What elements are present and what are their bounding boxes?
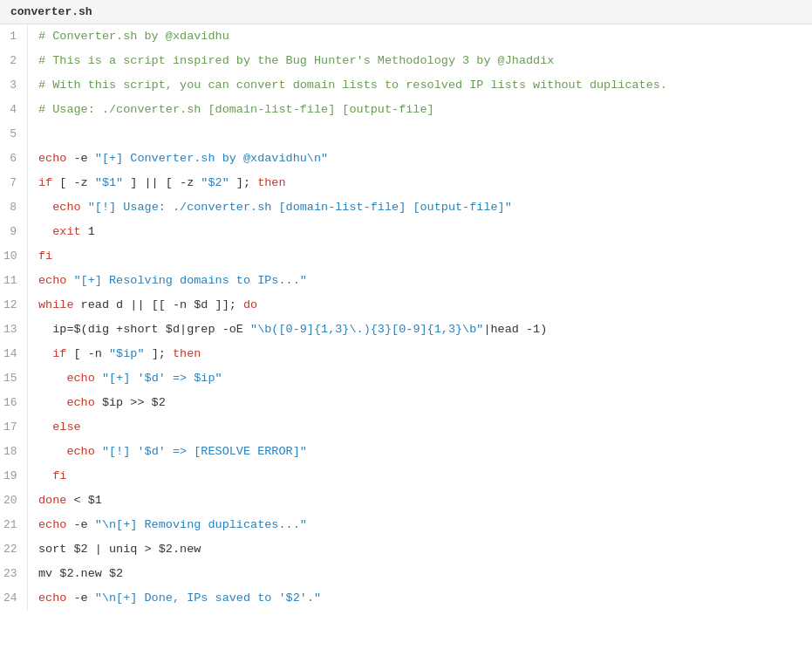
- token-builtin: echo: [38, 518, 66, 531]
- token-done: done: [38, 494, 66, 507]
- token-comment: # Converter.sh by @xdavidhu: [38, 30, 229, 43]
- code-line: 17 else: [0, 415, 812, 440]
- line-content: echo -e "\n[+] Done, IPs saved to '$2'.": [38, 586, 812, 611]
- code-line: 22sort $2 | uniq > $2.new: [0, 537, 812, 562]
- line-content: if [ -z "$1" ] || [ -z "$2" ]; then: [38, 171, 812, 195]
- token-keyword: while: [38, 298, 74, 311]
- line-number: 16: [0, 391, 28, 415]
- token-string: "$ip": [109, 347, 145, 360]
- line-number: 6: [0, 147, 28, 171]
- token-plain: [95, 372, 102, 385]
- code-line: 24echo -e "\n[+] Done, IPs saved to '$2'…: [0, 586, 812, 611]
- code-line: 19 fi: [0, 464, 812, 489]
- token-comment: # With this script, you can convert doma…: [38, 79, 667, 92]
- line-content: else: [38, 415, 812, 440]
- line-number: 13: [0, 318, 28, 342]
- line-content: ip=$(dig +short $d|grep -oE "\b([0-9]{1,…: [38, 318, 812, 342]
- line-number: 14: [0, 342, 28, 366]
- line-number: 11: [0, 269, 28, 293]
- token-plain: [38, 396, 66, 409]
- line-content: echo "[!] Usage: ./converter.sh [domain-…: [38, 195, 812, 220]
- code-line: 18 echo "[!] '$d' => [RESOLVE ERROR]": [0, 440, 812, 464]
- code-line: 1# Converter.sh by @xdavidhu: [0, 24, 812, 49]
- token-then: then: [173, 347, 201, 360]
- token-then: then: [257, 176, 285, 189]
- code-line: 2# This is a script inspired by the Bug …: [0, 49, 812, 73]
- code-line: 10fi: [0, 244, 812, 269]
- token-else: else: [52, 420, 80, 434]
- token-keyword: if: [52, 347, 66, 360]
- line-number: 5: [0, 122, 28, 147]
- line-number: 10: [0, 244, 28, 269]
- line-number: 21: [0, 513, 28, 537]
- line-content: # Usage: ./converter.sh [domain-list-fil…: [38, 98, 812, 122]
- token-fi: fi: [52, 469, 66, 482]
- line-content: fi: [38, 464, 812, 489]
- token-plain: [81, 201, 88, 214]
- line-content: exit 1: [38, 220, 812, 244]
- token-plain: [38, 347, 52, 360]
- line-number: 19: [0, 464, 28, 489]
- line-content: sort $2 | uniq > $2.new: [38, 537, 812, 562]
- code-line: 3# With this script, you can convert dom…: [0, 73, 812, 98]
- code-line: 12while read d || [[ -n $d ]]; do: [0, 293, 812, 318]
- line-content: echo -e "[+] Converter.sh by @xdavidhu\n…: [38, 147, 812, 171]
- token-plain: -e: [66, 152, 94, 165]
- token-plain: ] || [ -z: [123, 176, 201, 189]
- line-number: 12: [0, 293, 28, 318]
- token-string: "$2": [201, 176, 229, 189]
- token-plain: [38, 372, 66, 385]
- code-line: 5: [0, 122, 812, 147]
- token-string: "[+] Converter.sh by @xdavidhu\n": [95, 152, 328, 165]
- line-content: fi: [38, 244, 812, 269]
- token-plain: [38, 201, 52, 214]
- token-builtin: echo: [38, 152, 66, 165]
- token-string: "$1": [95, 176, 123, 189]
- token-fi: fi: [38, 249, 52, 263]
- token-string: "\b([0-9]{1,3}\.){3}[0-9]{1,3}\b": [250, 323, 483, 336]
- line-content: echo "[+] '$d' => $ip": [38, 366, 812, 391]
- line-content: [38, 122, 812, 147]
- line-content: if [ -n "$ip" ]; then: [38, 342, 812, 366]
- line-content: while read d || [[ -n $d ]]; do: [38, 293, 812, 318]
- line-number: 2: [0, 49, 28, 73]
- token-plain: [38, 225, 52, 238]
- token-plain: read d || [[ -n $d ]];: [74, 298, 243, 311]
- token-plain: [66, 274, 73, 287]
- line-content: echo $ip >> $2: [38, 391, 812, 415]
- code-line: 15 echo "[+] '$d' => $ip": [0, 366, 812, 391]
- token-plain: 1: [81, 225, 95, 238]
- line-number: 9: [0, 220, 28, 244]
- line-content: done < $1: [38, 489, 812, 513]
- file-title: converter.sh: [10, 5, 92, 18]
- token-builtin: echo: [52, 201, 80, 214]
- token-keyword: if: [38, 176, 52, 189]
- line-content: # With this script, you can convert doma…: [38, 73, 812, 98]
- code-line: 23mv $2.new $2: [0, 562, 812, 586]
- token-string: "\n[+] Removing duplicates...": [95, 518, 307, 531]
- line-number: 24: [0, 586, 28, 611]
- token-plain: [38, 445, 66, 458]
- token-string: "[!] Usage: ./converter.sh [domain-list-…: [88, 201, 512, 214]
- code-line: 9 exit 1: [0, 220, 812, 244]
- token-builtin: echo: [38, 591, 66, 605]
- code-line: 16 echo $ip >> $2: [0, 391, 812, 415]
- code-line: 13 ip=$(dig +short $d|grep -oE "\b([0-9]…: [0, 318, 812, 342]
- code-line: 6echo -e "[+] Converter.sh by @xdavidhu\…: [0, 147, 812, 171]
- token-plain: sort $2 | uniq > $2.new: [38, 543, 201, 556]
- token-string: "[!] '$d' => [RESOLVE ERROR]": [102, 445, 307, 458]
- code-line: 7if [ -z "$1" ] || [ -z "$2" ]; then: [0, 171, 812, 195]
- token-builtin: echo: [66, 445, 94, 458]
- line-content: echo -e "\n[+] Removing duplicates...": [38, 513, 812, 537]
- token-do: do: [243, 298, 257, 311]
- code-container: 1# Converter.sh by @xdavidhu2# This is a…: [0, 24, 812, 611]
- token-comment: # This is a script inspired by the Bug H…: [38, 54, 554, 67]
- code-line: 8 echo "[!] Usage: ./converter.sh [domai…: [0, 195, 812, 220]
- title-bar: converter.sh: [0, 0, 812, 24]
- token-plain: -e: [66, 518, 94, 531]
- token-plain: [38, 469, 52, 482]
- line-number: 15: [0, 366, 28, 391]
- line-content: mv $2.new $2: [38, 562, 812, 586]
- token-builtin: echo: [66, 396, 94, 409]
- token-plain: ip=$(dig +short $d|grep -oE: [38, 323, 250, 336]
